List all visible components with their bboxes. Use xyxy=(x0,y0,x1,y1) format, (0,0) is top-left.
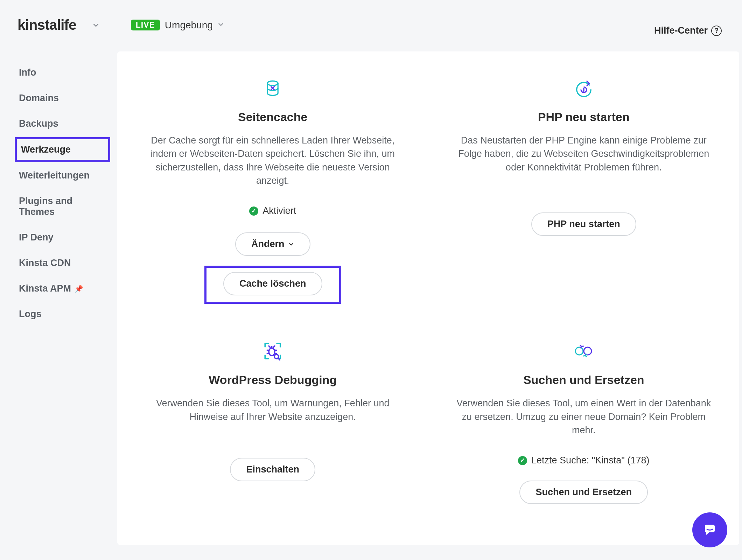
debug-icon xyxy=(145,339,400,363)
search-replace-button[interactable]: Suchen und Ersetzen xyxy=(519,481,648,504)
help-center-label: Hilfe-Center xyxy=(654,25,708,36)
sidebar-item-redirects[interactable]: Weiterleitungen xyxy=(15,163,110,188)
check-icon: ✓ xyxy=(249,206,258,216)
sidebar-item-logs[interactable]: Logs xyxy=(15,302,110,326)
main-panel: Seitencache Der Cache sorgt für ein schn… xyxy=(117,51,739,545)
svg-point-5 xyxy=(575,347,583,355)
chat-icon xyxy=(701,522,718,538)
search-replace-icon xyxy=(456,339,712,363)
card-desc: Verwenden Sie dieses Tool, um einen Wert… xyxy=(456,397,712,437)
sidebar-item-cdn[interactable]: Kinsta CDN xyxy=(15,251,110,275)
sidebar-item-label: Kinsta APM xyxy=(19,283,71,294)
svg-point-6 xyxy=(584,347,592,355)
restart-icon xyxy=(456,76,712,100)
sidebar-item-ip-deny[interactable]: IP Deny xyxy=(15,225,110,250)
search-replace-card: Suchen und Ersetzen Verwenden Sie dieses… xyxy=(428,339,740,504)
site-title: kinstalife xyxy=(18,17,83,33)
sidebar-item-plugins-themes[interactable]: Plugins and Themes xyxy=(15,189,110,224)
cache-status: Aktiviert xyxy=(262,205,296,216)
sidebar-item-apm[interactable]: Kinsta APM 📌 xyxy=(15,276,110,301)
card-title: WordPress Debugging xyxy=(145,373,400,387)
chat-widget[interactable] xyxy=(692,512,727,547)
card-title: Seitencache xyxy=(145,110,400,124)
svg-point-0 xyxy=(267,81,278,85)
last-search-status: Letzte Suche: "Kinsta" (178) xyxy=(531,455,649,466)
card-title: Suchen und Ersetzen xyxy=(456,373,712,387)
chevron-down-icon xyxy=(217,21,225,30)
button-label: Ändern xyxy=(251,239,285,250)
live-badge: LIVE xyxy=(131,20,160,30)
wp-debug-card: WordPress Debugging Verwenden Sie dieses… xyxy=(117,339,428,504)
site-cache-card: Seitencache Der Cache sorgt für ein schn… xyxy=(117,76,428,304)
sidebar-item-tools[interactable]: Werkzeuge xyxy=(15,137,110,162)
php-restart-button[interactable]: PHP neu starten xyxy=(531,212,636,236)
cache-icon xyxy=(145,76,400,100)
svg-point-3 xyxy=(269,348,275,356)
check-icon: ✓ xyxy=(518,456,527,465)
chevron-down-icon xyxy=(288,241,294,247)
clear-cache-button[interactable]: Cache löschen xyxy=(223,272,322,295)
site-switcher[interactable] xyxy=(89,18,103,32)
change-button[interactable]: Ändern xyxy=(235,232,310,256)
enable-debug-button[interactable]: Einschalten xyxy=(230,458,315,481)
card-desc: Der Cache sorgt für ein schnelleres Lade… xyxy=(145,134,400,187)
clear-cache-highlight: Cache löschen xyxy=(204,266,341,304)
sidebar-item-info[interactable]: Info xyxy=(15,61,110,85)
help-center-link[interactable]: Hilfe-Center ? xyxy=(654,25,722,36)
sidebar: Info Domains Backups Werkzeuge Weiterlei… xyxy=(0,50,117,328)
card-desc: Das Neustarten der PHP Engine kann einig… xyxy=(456,134,712,174)
php-restart-card: PHP neu starten Das Neustarten der PHP E… xyxy=(428,76,740,304)
card-title: PHP neu starten xyxy=(456,110,712,124)
chevron-down-icon xyxy=(92,21,100,29)
environment-switcher[interactable]: LIVE Umgebung xyxy=(131,20,225,31)
card-desc: Verwenden Sie dieses Tool, um Warnungen,… xyxy=(145,397,400,424)
sidebar-item-domains[interactable]: Domains xyxy=(15,86,110,110)
question-icon: ? xyxy=(711,26,722,36)
environment-label: Umgebung xyxy=(165,20,213,31)
pin-icon: 📌 xyxy=(75,285,83,293)
sidebar-item-backups[interactable]: Backups xyxy=(15,112,110,136)
